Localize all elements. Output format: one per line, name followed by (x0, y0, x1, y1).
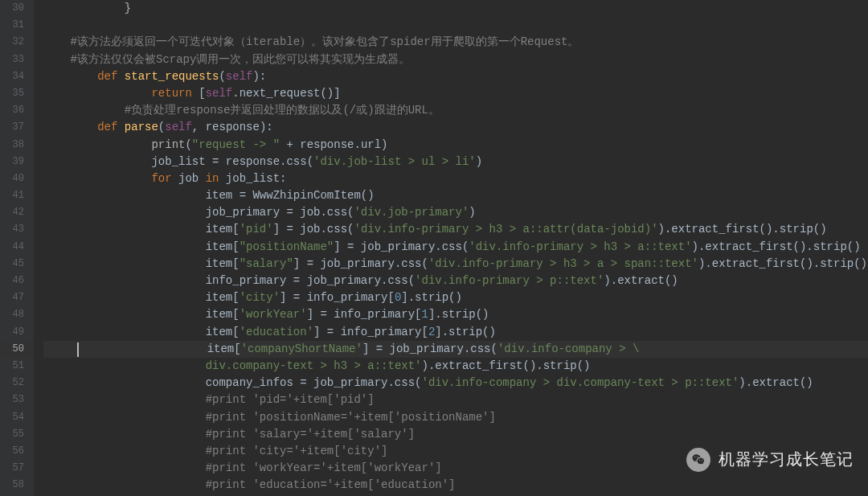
code-token (43, 87, 151, 100)
code-token: def (97, 70, 125, 83)
code-line[interactable]: div.company-text > h3 > a::text').extrac… (43, 358, 868, 375)
code-area[interactable]: } #该方法必须返回一个可迭代对象（iterable）。该对象包含了spider… (34, 0, 868, 496)
code-line[interactable] (43, 17, 868, 34)
code-line[interactable]: job_primary = job.css('div.job-primary') (43, 204, 868, 221)
code-token: + response.url) (280, 138, 387, 151)
line-number: 55 (0, 426, 34, 443)
code-line[interactable]: #print 'education='+item['education'] (43, 477, 868, 494)
code-line[interactable]: item['education'] = info_primary[2].stri… (43, 324, 868, 341)
code-token (43, 172, 151, 185)
code-token: "salary" (240, 257, 293, 270)
code-line[interactable]: company_infos = job_primary.css('div.inf… (43, 375, 868, 391)
line-number: 31 (0, 17, 34, 34)
code-token: 'div.job-list > ul > li' (313, 155, 476, 168)
line-number: 32 (0, 34, 34, 51)
code-token: 'div.info-primary > p::text' (415, 274, 604, 287)
code-line[interactable]: item['companyShortName'] = job_primary.c… (43, 341, 868, 358)
code-token: ) (469, 206, 475, 219)
code-token (43, 138, 151, 151)
code-token: job_list: (226, 172, 287, 185)
code-token: #print 'education='+item['education'] (43, 478, 455, 491)
code-token: 'div.info-company > \ (497, 342, 639, 355)
code-token: 'div.info-primary > h3 > a::attr(data-jo… (354, 223, 657, 236)
code-token: item[ (43, 308, 240, 321)
code-token: ) (476, 155, 482, 168)
code-token (43, 121, 97, 133)
code-token: 1 (421, 308, 428, 321)
code-token: 'div.info-primary > h3 > a::text' (469, 240, 691, 253)
code-line[interactable]: #print 'salary='+item['salary'] (43, 426, 868, 443)
line-number: 50 (0, 341, 34, 358)
code-token (43, 359, 206, 372)
line-number: 34 (0, 68, 34, 85)
code-token: 'city' (240, 291, 280, 304)
code-line[interactable]: #该方法必须返回一个可迭代对象（iterable）。该对象包含了spider用于… (43, 34, 868, 51)
line-number: 52 (0, 375, 34, 391)
line-number: 41 (0, 187, 34, 204)
code-line[interactable]: #该方法仅仅会被Scrapy调用一次，因此您可以将其实现为生成器。 (43, 51, 868, 68)
line-number: 39 (0, 154, 34, 170)
code-token: item[ (43, 291, 240, 304)
code-token: item[ (43, 257, 240, 270)
code-token: ).extract() (604, 274, 678, 287)
code-editor[interactable]: 3031323334353637383940414243444546474849… (0, 0, 868, 496)
text-cursor (77, 342, 79, 357)
code-token: ).extract() (739, 376, 813, 389)
code-line[interactable]: for job in job_list: (43, 170, 868, 187)
code-token: #该方法仅仅会被Scrapy调用一次，因此您可以将其实现为生成器。 (43, 53, 410, 66)
code-token: self (206, 87, 233, 100)
code-token: company_infos = job_primary.css( (43, 376, 421, 389)
line-number: 42 (0, 204, 34, 221)
code-token: info_primary = job_primary.css( (43, 274, 415, 287)
code-line[interactable]: def start_requests(self): (43, 68, 868, 85)
code-line[interactable]: item["positionName"] = job_primary.css('… (43, 239, 868, 256)
code-line[interactable]: item["salary"] = job_primary.css('div.in… (43, 256, 868, 273)
code-token: ] = job_primary.css( (362, 342, 497, 355)
code-line[interactable]: info_primary = job_primary.css('div.info… (43, 273, 868, 289)
code-line[interactable]: item['pid'] = job.css('div.info-primary … (43, 221, 868, 238)
code-token: [ (199, 87, 205, 100)
code-line[interactable]: #print 'positionName='+item['positionNam… (43, 409, 868, 426)
line-number: 53 (0, 391, 34, 408)
code-token: ): (260, 121, 273, 133)
code-line[interactable]: #负责处理response并返回处理的数据以及(/或)跟进的URL。 (43, 102, 868, 119)
code-token: def (97, 121, 125, 133)
code-token (43, 70, 97, 83)
code-line[interactable]: item = WwwZhipinComItem() (43, 187, 868, 204)
watermark: 机器学习成长笔记 (686, 448, 854, 472)
code-token: response (206, 121, 260, 133)
code-token: print (151, 138, 185, 151)
code-line[interactable]: job_list = response.css('div.job-list > … (43, 154, 868, 170)
code-token: for (151, 172, 178, 185)
code-line[interactable]: item['city'] = info_primary[0].strip() (43, 289, 868, 306)
code-token: 'div.info-company > div.company-text > p… (421, 376, 739, 389)
watermark-label: 机器学习成长笔记 (719, 451, 854, 468)
line-number: 36 (0, 102, 34, 119)
code-line[interactable]: #print 'pid='+item['pid'] (43, 391, 868, 408)
code-token: ].strip() (428, 308, 489, 321)
code-token: #负责处理response并返回处理的数据以及(/或)跟进的URL。 (43, 104, 440, 117)
line-number: 57 (0, 460, 34, 477)
code-token: item[ (43, 240, 240, 253)
code-line[interactable]: return [self.next_request()] (43, 85, 868, 102)
code-token: item[ (79, 342, 241, 355)
code-token: #print 'salary='+item['salary'] (43, 428, 415, 441)
code-token: job (178, 172, 206, 185)
line-number: 44 (0, 239, 34, 256)
code-line[interactable]: print("request -> " + response.url) (43, 137, 868, 154)
code-token: 'pid' (240, 223, 273, 236)
line-number-gutter: 3031323334353637383940414243444546474849… (0, 0, 34, 496)
code-line[interactable]: def parse(self, response): (43, 119, 868, 136)
code-token: #该方法必须返回一个可迭代对象（iterable）。该对象包含了spider用于… (43, 35, 579, 48)
code-line[interactable]: } (43, 0, 868, 17)
code-token: in (206, 172, 226, 185)
code-token: ): (252, 70, 266, 83)
code-token: #print 'positionName='+item['positionNam… (43, 411, 496, 424)
code-token: , (192, 121, 206, 133)
code-line[interactable]: item['workYear'] = info_primary[1].strip… (43, 306, 868, 323)
line-number: 45 (0, 256, 34, 273)
code-token: ].strip() (401, 291, 462, 304)
wechat-icon (686, 448, 710, 472)
code-token: "positionName" (240, 240, 334, 253)
code-token: ( (158, 121, 165, 133)
